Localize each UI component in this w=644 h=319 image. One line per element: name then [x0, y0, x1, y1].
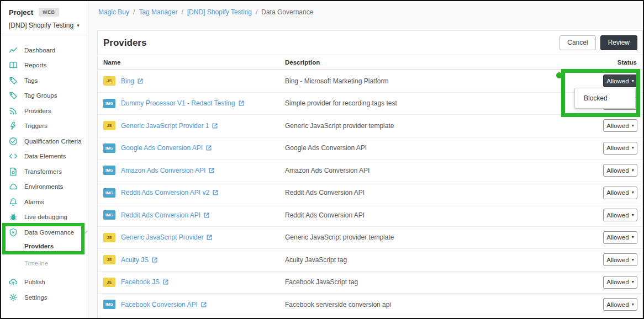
lightning-icon	[9, 121, 18, 130]
status-dropdown-button[interactable]: Allowed▾	[603, 142, 637, 155]
sidebar-item-data-elements[interactable]: Data Elements	[1, 149, 88, 164]
status-value: Allowed	[606, 78, 629, 84]
status-value: Allowed	[606, 212, 629, 219]
external-link-icon[interactable]	[137, 78, 144, 84]
provider-description: Acuity JavaScript tag	[285, 256, 347, 264]
provider-link[interactable]: Dummy Processor V1 - Redact Testing	[121, 99, 235, 107]
sidebar-item-qualification-criteria[interactable]: Qualification Criteria	[1, 134, 88, 149]
status-value: Allowed	[606, 301, 629, 308]
sidebar-item-providers[interactable]: Providers	[1, 103, 88, 119]
cloud-upload-icon	[9, 278, 18, 286]
sidebar-item-dashboard[interactable]: Dashboard	[1, 42, 88, 58]
sidebar-item-transformers[interactable]: Transformers	[1, 164, 88, 179]
provider-link[interactable]: Generic JavaScript Provider 1	[121, 122, 209, 130]
caret-down-icon: ▾	[632, 79, 634, 83]
sidebar-item-tag-groups[interactable]: Tag Groups	[1, 88, 88, 104]
external-link-icon[interactable]	[205, 145, 212, 151]
status-dropdown-button[interactable]: Allowed▾	[603, 209, 637, 221]
caret-down-icon: ▾	[632, 258, 634, 262]
code-icon	[9, 152, 18, 161]
provider-link[interactable]: Facebook JS	[121, 278, 160, 286]
status-dropdown-button[interactable]: Allowed▾	[603, 253, 637, 266]
provider-description: Generic JavaScript provider template	[285, 122, 394, 130]
caret-down-icon: ▾	[632, 302, 634, 307]
external-link-icon[interactable]	[162, 279, 169, 285]
provider-type-badge: IMG	[103, 188, 115, 198]
sidebar-item-data-governance[interactable]: Data Governance	[1, 225, 88, 240]
sidebar-item-label: Live debugging	[24, 214, 67, 220]
external-link-icon[interactable]	[206, 234, 213, 241]
sidebar-item-settings[interactable]: Settings	[1, 290, 88, 305]
provider-type-badge: IMG	[103, 300, 115, 309]
sidebar-subitem-timeline[interactable]: Timeline	[1, 257, 88, 269]
caret-down-icon: ▾	[632, 146, 634, 150]
sidebar-subitem-providers[interactable]: Providers	[1, 240, 88, 252]
bug-icon	[9, 212, 18, 221]
status-value: Allowed	[606, 257, 629, 263]
sidebar-item-label: Providers	[24, 108, 51, 114]
project-selector[interactable]: [DND] Shopify Testing ▾	[9, 22, 80, 29]
book-icon	[9, 61, 18, 70]
provider-link[interactable]: Amazon Ads Conversion API	[121, 167, 205, 174]
provider-link[interactable]: Facebook Conversion API	[121, 301, 198, 309]
cancel-button[interactable]: Cancel	[559, 35, 595, 50]
bell-icon	[9, 198, 18, 206]
status-dropdown-button[interactable]: Allowed▾	[603, 187, 637, 199]
provider-description: Amazon Ads Conversion API	[285, 167, 369, 174]
provider-description: Reddit Ads Conversion API	[285, 211, 365, 219]
sidebar-item-triggers[interactable]: Triggers	[1, 119, 88, 134]
provider-link[interactable]: Generic JavaScript Provider	[121, 233, 203, 241]
project-label: Project	[9, 8, 33, 17]
table-header: Name Description Status	[98, 55, 642, 70]
table-row: JS Generic JavaScript Provider 1 Generic…	[98, 115, 642, 137]
column-header-status: Status	[617, 59, 637, 66]
table-row: IMG Reddit Ads Conversion API Reddit Ads…	[98, 204, 642, 227]
external-link-icon[interactable]	[212, 189, 219, 196]
review-button[interactable]: Review	[600, 35, 637, 50]
breadcrumb-link-magic-buy[interactable]: Magic Buy	[98, 8, 129, 16]
external-link-icon[interactable]	[212, 123, 218, 129]
sidebar-item-label: Tag Groups	[24, 92, 57, 99]
provider-type-badge: IMG	[103, 210, 115, 220]
caret-down-icon: ▾	[77, 23, 80, 28]
sidebar-item-live-debugging[interactable]: Live debugging	[1, 210, 88, 225]
sidebar-item-label: Triggers	[24, 123, 47, 129]
provider-link[interactable]: Google Ads Conversion API	[121, 144, 203, 152]
breadcrumb-link-property[interactable]: [DND] Shopify Testing	[187, 8, 252, 16]
status-dropdown-button[interactable]: Allowed▾	[603, 298, 637, 311]
provider-type-badge: IMG	[103, 143, 115, 153]
status-value: Allowed	[606, 189, 629, 196]
breadcrumb: Magic Buy / Tag Manager / [DND] Shopify …	[98, 8, 313, 16]
provider-description: Bing - Microsoft Marketing Platform	[285, 77, 388, 85]
status-dropdown-button[interactable]: Allowed▾	[603, 119, 637, 132]
sidebar-item-reports[interactable]: Reports	[1, 58, 88, 73]
external-link-icon[interactable]	[151, 257, 158, 263]
external-link-icon[interactable]	[208, 167, 215, 174]
provider-link[interactable]: Acuity JS	[121, 256, 149, 264]
provider-link[interactable]: Bing	[121, 77, 134, 85]
sidebar-item-tags[interactable]: Tags	[1, 73, 88, 88]
status-dropdown-button[interactable]: Allowed▾	[603, 276, 637, 289]
sidebar-item-environments[interactable]: Environments	[1, 179, 88, 195]
external-link-icon[interactable]	[200, 301, 207, 308]
caret-down-icon: ▾	[632, 124, 634, 128]
status-dropdown-button[interactable]: Allowed▾	[603, 164, 637, 177]
table-row: JS Generic JavaScript Provider Generic J…	[98, 227, 642, 249]
sidebar-item-publish[interactable]: Publish	[1, 275, 88, 290]
status-dropdown-button[interactable]: Allowed▾	[603, 75, 637, 87]
table-row: IMG Reddit Ads Conversion API v2 Reddit …	[98, 182, 642, 205]
status-dropdown-button[interactable]: Allowed▾	[603, 231, 637, 244]
caret-down-icon: ▾	[632, 280, 634, 284]
table-row: IMG Dummy Processor V1 - Redact Testing …	[98, 93, 642, 115]
sidebar-subitem-label: Providers	[24, 243, 54, 249]
external-link-icon[interactable]	[238, 100, 245, 107]
breadcrumb-separator: /	[133, 8, 135, 16]
sidebar-item-alarms[interactable]: Alarms	[1, 194, 88, 210]
column-header-description: Description	[285, 59, 320, 66]
breadcrumb-current: Data Governance	[261, 8, 313, 16]
provider-link[interactable]: Reddit Ads Conversion API v2	[121, 189, 209, 196]
provider-link[interactable]: Reddit Ads Conversion API	[121, 211, 200, 219]
breadcrumb-link-tag-manager[interactable]: Tag Manager	[139, 8, 177, 16]
external-link-icon[interactable]	[203, 212, 210, 219]
status-option-blocked[interactable]: Blocked	[584, 94, 608, 102]
